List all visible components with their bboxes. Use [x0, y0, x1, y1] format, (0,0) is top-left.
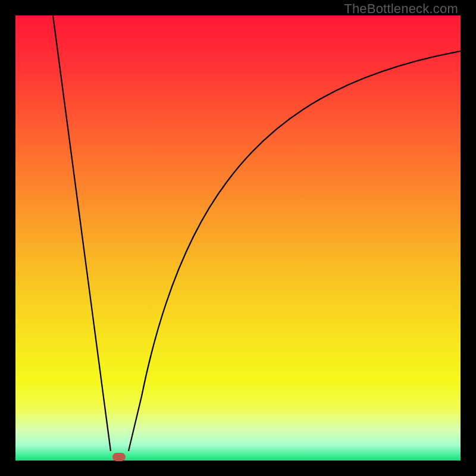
- curve-left-segment: [53, 15, 111, 451]
- frame: TheBottleneck.com: [0, 0, 476, 476]
- optimal-point-marker: [112, 453, 126, 461]
- watermark-text: TheBottleneck.com: [344, 1, 458, 17]
- curve-right-segment: [129, 51, 461, 451]
- plot-area: [15, 15, 461, 461]
- bottleneck-curve: [15, 15, 461, 461]
